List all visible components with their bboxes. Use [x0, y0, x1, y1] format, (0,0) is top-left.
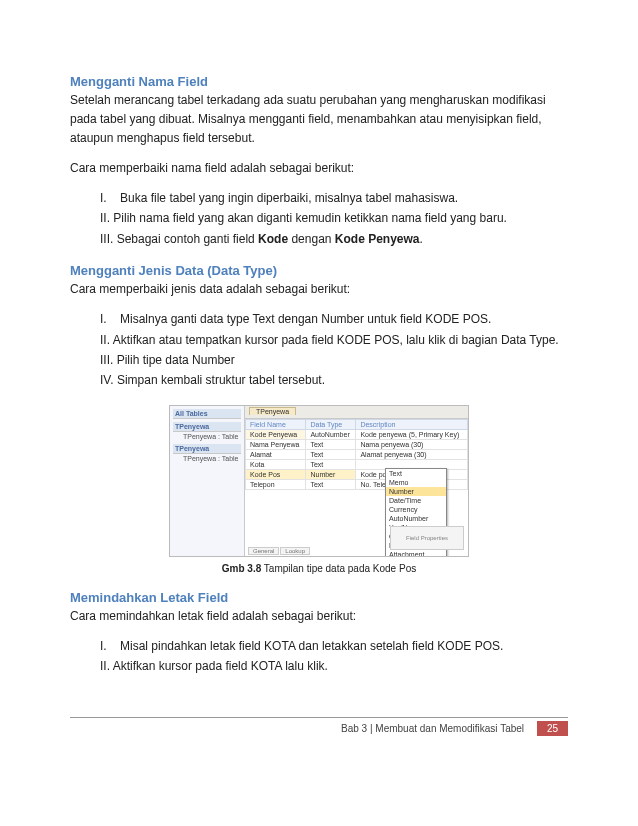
- para-datatype-howto: Cara memperbaiki jenis data adalah sebag…: [70, 280, 568, 299]
- page-footer: Bab 3 | Membuat dan Memodifikasi Tabel 2…: [70, 717, 568, 736]
- cell-field: Telepon: [246, 479, 306, 489]
- cell-field-selected: Kode Pos: [246, 469, 306, 479]
- list-item: III. Sebagai contoh ganti field Kode den…: [100, 229, 568, 249]
- nav-item: TPenyewa : Table: [173, 454, 241, 463]
- list-item: II. Aktifkan atau tempatkan kursor pada …: [100, 330, 568, 350]
- list-item: IV. Simpan kembali struktur tabel terseb…: [100, 370, 568, 390]
- document-page: Mengganti Nama Field Setelah merancang t…: [0, 0, 638, 780]
- para-move-howto: Cara memindahkan letak field adalah seba…: [70, 607, 568, 626]
- cell-type: Text: [306, 449, 356, 459]
- dropdown-option-highlighted: Number: [386, 487, 446, 496]
- cell-field: Alamat: [246, 449, 306, 459]
- list-marker: I.: [100, 312, 107, 326]
- list-item: I. Misal pindahkan letak field KOTA dan …: [100, 636, 568, 656]
- list-item: I. Buka file tabel yang ingin diperbaiki…: [100, 188, 568, 208]
- cell-desc: Kode penyewa (5, Primary Key): [356, 429, 468, 439]
- design-grid: TPenyewa Field Name Data Type Descriptio…: [245, 406, 468, 556]
- list-text-suffix: .: [420, 232, 423, 246]
- cell-type: Text: [306, 459, 356, 469]
- heading-change-datatype: Mengganti Jenis Data (Data Type): [70, 263, 568, 278]
- figure-caption: Gmb 3.8 Tampilan tipe data pada Kode Pos: [70, 563, 568, 574]
- list-item: III. Pilih tipe data Number: [100, 350, 568, 370]
- list-item: II. Pilih nama field yang akan diganti k…: [100, 208, 568, 228]
- col-data-type: Data Type: [306, 419, 356, 429]
- field-properties-box: Field Properties: [390, 526, 464, 550]
- cell-type: Text: [306, 479, 356, 489]
- property-tab-lookup: Lookup: [280, 547, 310, 555]
- cell-field: Kode Penyewa: [246, 429, 306, 439]
- dropdown-option: Memo: [386, 478, 446, 487]
- heading-rename-field: Mengganti Nama Field: [70, 74, 568, 89]
- heading-move-field: Memindahkan Letak Field: [70, 590, 568, 605]
- figure-datatype-screenshot: All Tables TPenyewa TPenyewa : Table TPe…: [169, 405, 469, 557]
- object-tabs: TPenyewa: [245, 406, 468, 419]
- list-text: Misalnya ganti data type Text dengan Num…: [120, 312, 491, 326]
- nav-group: TPenyewa: [173, 422, 241, 432]
- nav-header: All Tables: [173, 409, 241, 419]
- property-tabs: GeneralLookup: [248, 548, 311, 554]
- dropdown-option: Date/Time: [386, 496, 446, 505]
- field-name-old: Kode: [258, 232, 288, 246]
- field-name-new: Kode Penyewa: [335, 232, 420, 246]
- col-field-name: Field Name: [246, 419, 306, 429]
- cell-type: Text: [306, 439, 356, 449]
- para-rename-intro: Setelah merancang tabel terkadang ada su…: [70, 91, 568, 149]
- cell-desc: Alamat penyewa (30): [356, 449, 468, 459]
- list-text-prefix: III. Sebagai contoh ganti field: [100, 232, 258, 246]
- list-move-steps: I. Misal pindahkan letak field KOTA dan …: [100, 636, 568, 677]
- list-text: Buka file tabel yang ingin diperbaiki, m…: [120, 191, 458, 205]
- nav-item: TPenyewa : Table: [173, 432, 241, 441]
- dropdown-option: Text: [386, 469, 446, 478]
- cell-field: Kota: [246, 459, 306, 469]
- list-datatype-steps: I. Misalnya ganti data type Text dengan …: [100, 309, 568, 391]
- list-text-mid: dengan: [288, 232, 335, 246]
- para-rename-howto: Cara memperbaiki nama field adalah sebag…: [70, 159, 568, 178]
- list-item: II. Aktifkan kursor pada field KOTA lalu…: [100, 656, 568, 676]
- footer-chapter-text: Bab 3 | Membuat dan Memodifikasi Tabel: [341, 723, 524, 734]
- footer-page-number: 25: [537, 721, 568, 736]
- col-description: Description: [356, 419, 468, 429]
- caption-label: Gmb 3.8: [222, 563, 261, 574]
- access-screenshot: All Tables TPenyewa TPenyewa : Table TPe…: [169, 405, 469, 557]
- cell-desc: Nama penyewa (30): [356, 439, 468, 449]
- list-rename-steps: I. Buka file tabel yang ingin diperbaiki…: [100, 188, 568, 249]
- list-marker: I.: [100, 191, 107, 205]
- cell-type-selected: Number: [306, 469, 356, 479]
- cell-type: AutoNumber: [306, 429, 356, 439]
- nav-pane: All Tables TPenyewa TPenyewa : Table TPe…: [170, 406, 245, 556]
- list-text: Misal pindahkan letak field KOTA dan let…: [120, 639, 503, 653]
- caption-text: Tampilan tipe data pada Kode Pos: [261, 563, 416, 574]
- list-marker: I.: [100, 639, 107, 653]
- nav-group: TPenyewa: [173, 444, 241, 454]
- dropdown-option: Currency: [386, 505, 446, 514]
- object-tab: TPenyewa: [249, 407, 296, 415]
- property-tab-general: General: [248, 547, 279, 555]
- list-item: I. Misalnya ganti data type Text dengan …: [100, 309, 568, 329]
- dropdown-option: AutoNumber: [386, 514, 446, 523]
- cell-field: Nama Penyewa: [246, 439, 306, 449]
- dropdown-option: Attachment: [386, 550, 446, 557]
